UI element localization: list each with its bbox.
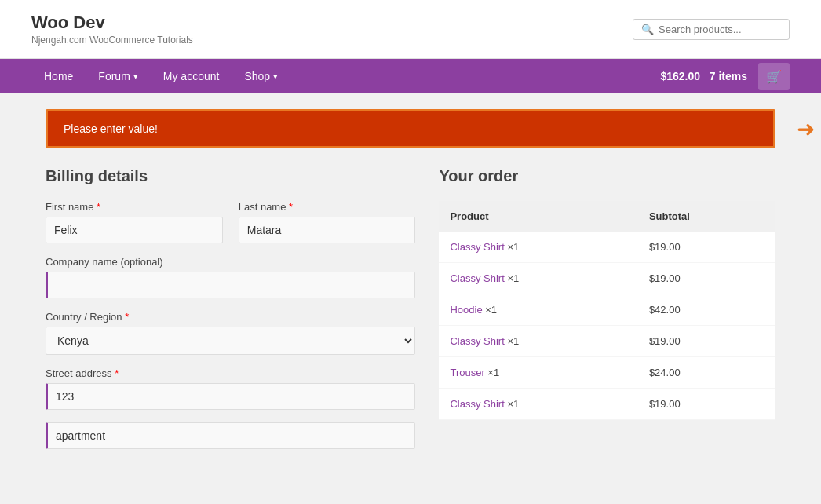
- nav-right: $162.00 7 items 🛒: [660, 63, 790, 90]
- company-input[interactable]: [46, 272, 415, 298]
- billing-title: Billing details: [46, 167, 415, 185]
- company-label: Company name (optional): [46, 256, 415, 268]
- error-notice-wrapper: Please enter value! ➜: [46, 109, 775, 148]
- table-row: Trouser ×1 $24.00: [439, 357, 775, 389]
- country-field: Country / Region * Kenya Uganda Tanzania: [46, 311, 415, 355]
- product-subtotal: $19.00: [638, 326, 775, 357]
- table-row: Classy Shirt ×1 $19.00: [439, 263, 775, 294]
- nav-item-shop[interactable]: Shop ▾: [232, 59, 290, 93]
- apartment-field: [46, 422, 415, 449]
- first-name-input[interactable]: [46, 217, 223, 243]
- order-section: Your order Product Subtotal Classy Shirt…: [439, 167, 775, 420]
- required-star: *: [97, 201, 100, 213]
- col-subtotal: Subtotal: [638, 201, 775, 232]
- required-star-4: *: [115, 367, 119, 379]
- product-link[interactable]: Trouser: [450, 367, 484, 378]
- product-link[interactable]: Classy Shirt: [450, 398, 504, 410]
- table-row: Classy Shirt ×1 $19.00: [439, 232, 775, 263]
- site-branding: Woo Dev Njengah.com WooCommerce Tutorial…: [31, 13, 193, 46]
- company-field: Company name (optional): [46, 256, 415, 298]
- name-row: First name * Last name *: [46, 201, 415, 243]
- nav-item-home[interactable]: Home: [31, 59, 86, 93]
- product-name: Classy Shirt ×1: [439, 263, 637, 294]
- cart-icon-button[interactable]: 🛒: [758, 63, 790, 90]
- nav-item-forum[interactable]: Forum ▾: [86, 59, 150, 93]
- product-name: Classy Shirt ×1: [439, 389, 637, 420]
- nav-left: Home Forum ▾ My account Shop ▾: [31, 59, 290, 93]
- order-table: Product Subtotal Classy Shirt ×1 $19.00 …: [439, 201, 775, 420]
- search-icon: 🔍: [641, 24, 654, 35]
- arrow-indicator: ➜: [797, 116, 815, 142]
- product-subtotal: $24.00: [638, 357, 775, 389]
- product-link[interactable]: Hoodie: [450, 304, 482, 316]
- product-link[interactable]: Classy Shirt: [450, 272, 504, 284]
- product-name: Classy Shirt ×1: [439, 326, 637, 357]
- main-nav: Home Forum ▾ My account Shop ▾ $162.00 7…: [0, 59, 821, 93]
- street-input[interactable]: [46, 383, 415, 410]
- table-row: Classy Shirt ×1 $19.00: [439, 389, 775, 420]
- forum-dropdown-icon: ▾: [133, 71, 138, 82]
- cart-total: $162.00 7 items: [660, 70, 747, 82]
- product-subtotal: $42.00: [638, 294, 775, 326]
- product-subtotal: $19.00: [638, 232, 775, 263]
- product-link[interactable]: Classy Shirt: [450, 335, 504, 347]
- search-bar[interactable]: 🔍: [633, 19, 790, 40]
- required-star-2: *: [289, 201, 293, 213]
- shop-dropdown-icon: ▾: [273, 71, 278, 82]
- billing-section: Billing details First name * Last name *: [46, 167, 415, 462]
- product-name: Hoodie ×1: [439, 294, 637, 326]
- country-select[interactable]: Kenya Uganda Tanzania: [46, 327, 415, 355]
- site-header: Woo Dev Njengah.com WooCommerce Tutorial…: [0, 0, 821, 59]
- last-name-input[interactable]: [239, 217, 416, 243]
- street-field: Street address *: [46, 367, 415, 410]
- product-name: Trouser ×1: [439, 357, 637, 389]
- nav-item-myaccount[interactable]: My account: [151, 59, 232, 93]
- table-row: Hoodie ×1 $42.00: [439, 294, 775, 326]
- apartment-input[interactable]: [46, 422, 415, 449]
- product-name: Classy Shirt ×1: [439, 232, 637, 263]
- error-message: Please enter value!: [64, 122, 158, 135]
- table-row: Classy Shirt ×1 $19.00: [439, 326, 775, 357]
- first-name-field: First name *: [46, 201, 223, 243]
- required-star-3: *: [125, 311, 129, 323]
- site-title: Woo Dev: [31, 13, 193, 33]
- site-subtitle: Njengah.com WooCommerce Tutorials: [31, 35, 193, 46]
- country-label: Country / Region *: [46, 311, 415, 323]
- search-input[interactable]: [659, 24, 781, 35]
- product-link[interactable]: Classy Shirt: [450, 241, 504, 253]
- first-name-label: First name *: [46, 201, 223, 213]
- order-table-header: Product Subtotal: [439, 201, 775, 232]
- street-label: Street address *: [46, 367, 415, 379]
- error-notice: Please enter value!: [46, 109, 775, 148]
- last-name-label: Last name *: [239, 201, 416, 213]
- checkout-layout: Billing details First name * Last name *: [46, 167, 775, 462]
- main-content: Please enter value! ➜ Billing details Fi…: [30, 93, 791, 477]
- last-name-field: Last name *: [239, 201, 416, 243]
- product-subtotal: $19.00: [638, 389, 775, 420]
- order-title: Your order: [439, 167, 775, 185]
- product-subtotal: $19.00: [638, 263, 775, 294]
- col-product: Product: [439, 201, 637, 232]
